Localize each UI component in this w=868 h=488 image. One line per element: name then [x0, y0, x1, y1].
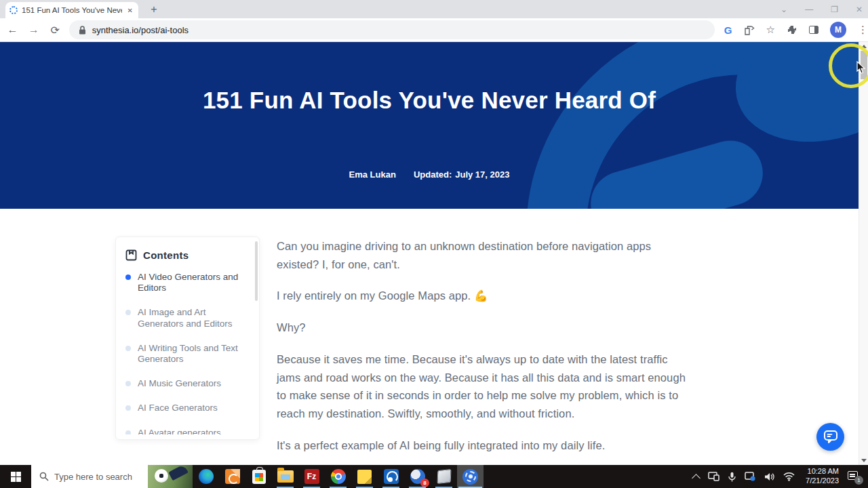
taskbar-apps: Fz 8	[193, 465, 484, 488]
browser-tabstrip: 151 Fun AI Tools You've Never H ✕ + ⌄ — …	[0, 0, 868, 18]
bullet-dot-icon	[125, 430, 131, 434]
bullet-dot-icon	[125, 381, 131, 386]
toc-item-ai-writing[interactable]: AI Writing Tools and Text Generators	[125, 343, 252, 365]
soccer-boot-icon	[168, 465, 189, 481]
wifi-icon[interactable]	[783, 472, 795, 481]
taskbar-search[interactable]	[31, 465, 193, 488]
share-icon[interactable]	[744, 25, 755, 35]
taskbar-mail[interactable]: 8	[404, 465, 431, 488]
toc-item-ai-avatar[interactable]: AI Avatar generators	[125, 428, 252, 434]
loading-spinner-icon	[9, 6, 18, 14]
bullet-dot-icon	[125, 274, 131, 280]
action-center-button[interactable]: 1	[848, 470, 861, 483]
sticky-notes-icon	[357, 470, 372, 484]
camera-recorder-icon	[462, 469, 478, 485]
search-input[interactable]	[54, 472, 156, 482]
scrollbar-thumb[interactable]	[861, 51, 867, 79]
pdf-reader-icon	[225, 469, 240, 484]
taskbar-chrome[interactable]	[325, 465, 351, 488]
forward-button[interactable]: →	[25, 24, 42, 36]
filezilla-icon: Fz	[304, 469, 319, 484]
hero-banner: 151 Fun AI Tools You've Never Heard Of E…	[0, 42, 859, 209]
file-explorer-icon	[277, 470, 294, 483]
back-button[interactable]: ←	[4, 24, 21, 36]
close-button[interactable]: ✕	[856, 5, 863, 14]
address-bar[interactable]: synthesia.io/post/ai-tools	[69, 20, 715, 39]
menu-dots-icon[interactable]: ⋮	[858, 24, 868, 36]
scroll-down-arrow-icon[interactable]	[859, 457, 868, 465]
bullet-dot-icon	[125, 310, 131, 315]
taskbar-camera-recorder-active[interactable]	[457, 465, 484, 488]
bookmark-star-icon[interactable]: ☆	[766, 24, 775, 36]
screen-recorder-icon	[384, 469, 399, 484]
side-panel-icon[interactable]	[809, 26, 818, 34]
tab-search-icon[interactable]: ⌄	[781, 5, 787, 14]
toc-heading: Contents	[143, 249, 189, 261]
taskbar-store[interactable]	[245, 465, 272, 488]
edge-icon	[199, 469, 214, 484]
bullet-dot-icon	[125, 405, 131, 411]
taskbar-paint3d[interactable]	[431, 465, 457, 488]
chrome-icon	[331, 469, 346, 484]
article-paragraph: I rely entirely on my Google Maps app. 💪	[277, 287, 692, 305]
table-of-contents: Contents AI Video Generators and Editors…	[115, 237, 260, 440]
taskbar-filezilla[interactable]: Fz	[298, 465, 325, 488]
microsoft-store-icon	[252, 470, 266, 484]
page-viewport: 151 Fun AI Tools You've Never Heard Of E…	[0, 42, 859, 465]
toc-item-ai-music[interactable]: AI Music Generators	[125, 378, 252, 389]
article-paragraph: Because it saves me time. Because it's a…	[277, 350, 692, 423]
lock-icon	[79, 26, 86, 35]
scroll-up-arrow-icon[interactable]	[859, 42, 868, 50]
mail-badge: 8	[420, 479, 429, 487]
display-icon[interactable]	[708, 472, 719, 481]
book-icon	[125, 249, 137, 261]
bullet-dot-icon	[125, 346, 131, 351]
taskbar-pdf-reader[interactable]	[219, 465, 245, 488]
article-paragraph: It's a perfect example of AI being fully…	[277, 436, 692, 455]
windows-taskbar: Fz 8	[0, 465, 868, 488]
page-title: 151 Fun AI Tools You've Never Heard Of	[0, 87, 859, 114]
article-meta: Ema Lukan Updated:July 17, 2023	[0, 169, 859, 180]
taskbar-edge[interactable]	[193, 465, 219, 488]
taskbar-file-explorer[interactable]	[272, 465, 298, 488]
updated-date: Updated:July 17, 2023	[414, 169, 510, 180]
browser-toolbar: ← → ⟳ synthesia.io/post/ai-tools G ☆ M ⋮	[0, 18, 868, 42]
tray-date: 7/21/2023	[806, 476, 839, 486]
search-box-daily-image	[148, 465, 193, 488]
article-paragraph: Can you imagine driving to an unknown de…	[277, 237, 692, 273]
pen-device-icon[interactable]	[745, 472, 755, 481]
paint3d-icon	[437, 469, 451, 484]
restore-button[interactable]: ❐	[831, 5, 838, 14]
minimize-button[interactable]: —	[805, 5, 813, 14]
toc-item-ai-face[interactable]: AI Face Generators	[125, 403, 252, 413]
profile-avatar[interactable]: M	[830, 22, 846, 38]
toc-header: Contents	[125, 249, 252, 261]
reload-button[interactable]: ⟳	[46, 24, 63, 37]
taskbar-screen-recorder[interactable]	[378, 465, 404, 488]
speaker-icon[interactable]	[764, 472, 774, 481]
page-scrollbar[interactable]	[859, 42, 868, 465]
tab-title: 151 Fun AI Tools You've Never H	[22, 6, 122, 14]
url-text[interactable]: synthesia.io/post/ai-tools	[92, 25, 189, 35]
browser-tab[interactable]: 151 Fun AI Tools You've Never H ✕	[5, 2, 138, 18]
system-tray: 10:28 AM 7/21/2023 1	[693, 465, 868, 488]
chat-bubble-icon	[823, 430, 838, 444]
soccer-ball-icon	[155, 469, 168, 483]
extensions-puzzle-icon[interactable]	[787, 24, 797, 35]
new-tab-button[interactable]: +	[146, 3, 161, 18]
google-icon[interactable]: G	[724, 24, 732, 36]
toc-scrollbar-thumb[interactable]	[255, 241, 258, 301]
chat-widget-button[interactable]	[816, 423, 844, 451]
windows-logo-icon	[11, 472, 21, 482]
start-button[interactable]	[0, 465, 31, 488]
author-name[interactable]: Ema Lukan	[349, 169, 396, 180]
toc-item-ai-image[interactable]: AI Image and Art Generators and Editors	[125, 307, 252, 329]
microphone-icon[interactable]	[728, 472, 736, 482]
notification-badge: 1	[854, 476, 863, 485]
clock[interactable]: 10:28 AM 7/21/2023	[806, 467, 839, 486]
taskbar-sticky-notes[interactable]	[351, 465, 378, 488]
toc-item-ai-video[interactable]: AI Video Generators and Editors	[125, 272, 252, 293]
tray-expand-chevron-icon[interactable]	[692, 474, 701, 483]
tab-close-icon[interactable]: ✕	[126, 7, 134, 14]
window-controls: ⌄ — ❐ ✕	[781, 0, 863, 18]
